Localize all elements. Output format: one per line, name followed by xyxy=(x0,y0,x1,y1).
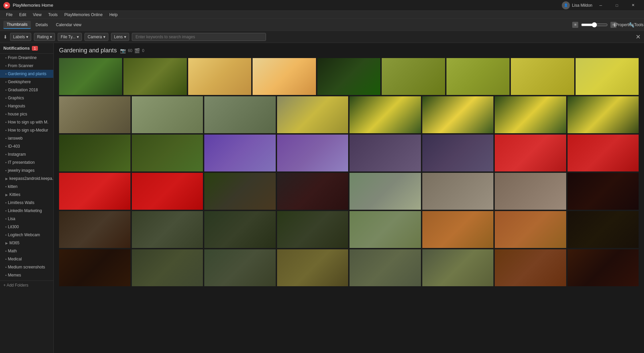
photo-thumbnail[interactable] xyxy=(422,135,494,171)
maximize-button[interactable]: □ xyxy=(609,0,625,11)
photo-thumbnail[interactable] xyxy=(59,135,130,171)
photo-thumbnail[interactable] xyxy=(204,96,276,133)
photo-thumbnail[interactable] xyxy=(123,58,186,95)
sidebar-item-id-403[interactable]: •ID-403 xyxy=(0,142,53,150)
photo-thumbnail[interactable] xyxy=(132,135,203,171)
filetype-dropdown[interactable]: File Ty... ▾ xyxy=(58,33,82,41)
sidebar-item-iansweb[interactable]: •iansweb xyxy=(0,134,53,142)
photo-thumbnail[interactable] xyxy=(277,135,348,171)
close-button[interactable]: ✕ xyxy=(625,0,641,11)
photo-thumbnail[interactable] xyxy=(277,249,348,286)
sidebar-item-geekisphere[interactable]: •Geekisphere xyxy=(0,78,53,86)
sidebar-item-lit300[interactable]: •Lit300 xyxy=(0,223,53,231)
menu-edit[interactable]: Edit xyxy=(16,12,30,18)
photo-thumbnail[interactable] xyxy=(568,211,639,248)
sidebar-item-instagram[interactable]: •Instagram xyxy=(0,150,53,158)
photo-thumbnail[interactable] xyxy=(204,211,276,248)
sidebar-item-house-pics[interactable]: •house pics xyxy=(0,110,53,118)
photo-thumbnail[interactable] xyxy=(204,249,276,286)
photo-thumbnail[interactable] xyxy=(568,173,639,210)
photo-thumbnail[interactable] xyxy=(446,58,509,95)
sidebar-item-medium-screenshots[interactable]: •Medium screenshots xyxy=(0,263,53,271)
sidebar-item-linkedin-marketing[interactable]: •LinkedIn Marketing xyxy=(0,207,53,215)
tools-button[interactable]: 🔧 Tools xyxy=(631,20,641,30)
sidebar-item-from-scanner[interactable]: •From Scanner xyxy=(0,62,53,70)
photo-thumbnail[interactable] xyxy=(59,249,130,286)
photo-thumbnail[interactable] xyxy=(350,135,421,171)
photo-thumbnail[interactable] xyxy=(568,135,639,171)
camera-dropdown[interactable]: Camera ▾ xyxy=(85,33,108,41)
menu-playmemories-online[interactable]: PlayMemories Online xyxy=(61,12,106,18)
calendar-view-button[interactable]: Calendar view xyxy=(53,21,85,29)
sidebar-item-jewelry-images[interactable]: •jewelry images xyxy=(0,166,53,174)
zoom-slider[interactable] xyxy=(581,22,608,28)
menu-tools[interactable]: Tools xyxy=(45,12,61,18)
sidebar-item-m365[interactable]: ▶M365 xyxy=(0,239,53,247)
sidebar-item-lisa[interactable]: •Lisa xyxy=(0,215,53,223)
sidebar-item-how-to-sign-up-mediur[interactable]: •How to sign up-Mediur xyxy=(0,126,53,134)
photo-thumbnail[interactable] xyxy=(277,173,348,210)
collapse-button[interactable]: ⬇ xyxy=(3,34,7,40)
photo-thumbnail[interactable] xyxy=(422,96,494,133)
search-input[interactable] xyxy=(132,33,266,41)
photo-thumbnail[interactable] xyxy=(495,173,566,210)
photo-thumbnail[interactable] xyxy=(350,249,421,286)
photo-thumbnail[interactable] xyxy=(495,249,566,286)
sidebar-item-it-presentation[interactable]: •IT presentation xyxy=(0,158,53,166)
thumbnails-button[interactable]: Thumbnails xyxy=(3,21,31,29)
lens-dropdown[interactable]: Lens ▾ xyxy=(111,33,129,41)
sidebar-item-hangouts[interactable]: •Hangouts xyxy=(0,102,53,110)
photo-thumbnail[interactable] xyxy=(350,96,421,133)
sidebar-item-math[interactable]: •Math xyxy=(0,247,53,255)
photo-thumbnail[interactable] xyxy=(132,211,203,248)
photo-thumbnail[interactable] xyxy=(495,211,566,248)
details-button[interactable]: Details xyxy=(32,21,51,29)
sidebar-item-kitten[interactable]: •kitten xyxy=(0,183,53,191)
sidebar-item-kitties[interactable]: ▶Kitties xyxy=(0,191,53,199)
sidebar-item-keepass2androidkeepa[interactable]: ▶keepass2android.keepa. xyxy=(0,174,53,183)
photo-thumbnail[interactable] xyxy=(277,211,348,248)
photo-thumbnail[interactable] xyxy=(132,96,203,133)
photo-thumbnail[interactable] xyxy=(317,58,380,95)
sidebar-item-medical[interactable]: •Medical xyxy=(0,255,53,263)
photo-thumbnail[interactable] xyxy=(277,96,348,133)
rating-dropdown[interactable]: Rating ▾ xyxy=(34,33,55,41)
photo-thumbnail[interactable] xyxy=(253,58,316,95)
menu-view[interactable]: View xyxy=(30,12,45,18)
menu-file[interactable]: File xyxy=(3,12,16,18)
photo-thumbnail[interactable] xyxy=(422,211,494,248)
photo-thumbnail[interactable] xyxy=(59,96,130,133)
photo-thumbnail[interactable] xyxy=(382,58,445,95)
photo-thumbnail[interactable] xyxy=(495,135,566,171)
photo-thumbnail[interactable] xyxy=(495,96,566,133)
photo-thumbnail[interactable] xyxy=(59,58,122,95)
photo-thumbnail[interactable] xyxy=(576,58,639,95)
menu-help[interactable]: Help xyxy=(106,12,121,18)
photo-thumbnail[interactable] xyxy=(350,211,421,248)
photo-thumbnail[interactable] xyxy=(188,58,251,95)
photo-thumbnail[interactable] xyxy=(204,135,276,171)
sidebar-item-logitech-webcam[interactable]: •Logitech Webcam xyxy=(0,231,53,239)
photo-thumbnail[interactable] xyxy=(204,173,276,210)
sidebar-item-limitless-walls[interactable]: •Limitless Walls xyxy=(0,199,53,207)
photo-thumbnail[interactable] xyxy=(422,173,494,210)
add-folders-button[interactable]: + Add Folders xyxy=(0,281,53,290)
photo-thumbnail[interactable] xyxy=(132,173,203,210)
photo-thumbnail[interactable] xyxy=(59,173,130,210)
sidebar-item-gardening-and-plants[interactable]: •Gardening and plants xyxy=(0,70,53,78)
sidebar-item-graduation-2018[interactable]: •Graduation 2018 xyxy=(0,86,53,94)
minimize-button[interactable]: ─ xyxy=(593,0,608,11)
sidebar-item-how-to-sign-up-with-m[interactable]: •How to sign up with M. xyxy=(0,118,53,126)
sidebar-item-graphics[interactable]: •Graphics xyxy=(0,94,53,102)
labels-dropdown[interactable]: Labels ▾ xyxy=(10,33,31,41)
sidebar-item-from-dreamline[interactable]: •From Dreamline xyxy=(0,54,53,62)
close-filter-button[interactable]: ✕ xyxy=(636,33,641,41)
photo-thumbnail[interactable] xyxy=(568,96,639,133)
photo-thumbnail[interactable] xyxy=(132,249,203,286)
properties-button[interactable]: ℹ Properties xyxy=(619,20,629,30)
photo-thumbnail[interactable] xyxy=(422,249,494,286)
photo-thumbnail[interactable] xyxy=(59,211,130,248)
photo-thumbnail[interactable] xyxy=(350,173,421,210)
photo-thumbnail[interactable] xyxy=(568,249,639,286)
sidebar-item-memes[interactable]: •Memes xyxy=(0,271,53,279)
